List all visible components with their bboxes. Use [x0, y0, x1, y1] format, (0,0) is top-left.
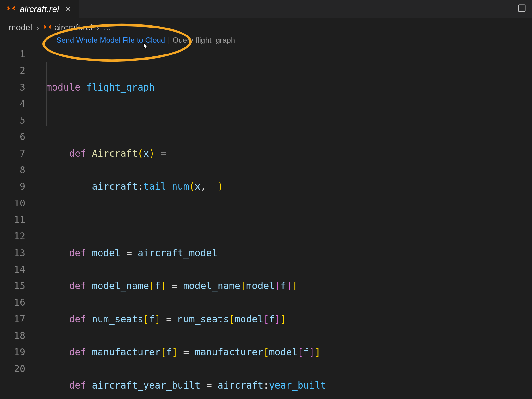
code-line: def aircraft_year_built = aircraft:year_… — [46, 377, 435, 394]
code-line — [46, 112, 435, 129]
breadcrumb-symbol[interactable]: ... — [104, 23, 111, 33]
code-line — [46, 212, 435, 228]
line-number: 7 — [0, 145, 25, 162]
codelens-row: Send Whole Model File to Cloud | Query f… — [0, 36, 532, 46]
line-number: 14 — [0, 261, 25, 278]
code-line: def model = aircraft_model — [46, 245, 435, 261]
tab-bar: aircraft.rel ✕ — [0, 0, 532, 18]
indent-guide — [46, 62, 47, 126]
line-number: 2 — [0, 62, 25, 79]
code-line: def manufacturer[f] = manufacturer[model… — [46, 344, 435, 360]
line-number: 1 — [0, 46, 25, 62]
line-number: 20 — [0, 361, 25, 377]
line-number: 4 — [0, 96, 25, 112]
line-number: 16 — [0, 294, 25, 311]
line-number: 15 — [0, 278, 25, 294]
chevron-right-icon: › — [35, 23, 40, 33]
line-number-gutter: 1 2 3 4 5 6 7 8 9 10 11 12 13 14 15 16 1… — [0, 46, 40, 399]
code-content[interactable]: module flight_graph def Aircraft(x) = ai… — [40, 46, 435, 399]
codelens-query[interactable]: Query flight_graph — [173, 36, 235, 44]
line-number: 8 — [0, 162, 25, 178]
line-number: 13 — [0, 245, 25, 261]
code-line: def Aircraft(x) = — [46, 145, 435, 162]
file-type-icon — [7, 5, 15, 13]
line-number: 10 — [0, 195, 25, 212]
close-icon[interactable]: ✕ — [63, 4, 73, 14]
code-line: def model_name[f] = model_name[model[f]] — [46, 278, 435, 294]
editor-actions — [517, 4, 526, 15]
code-line: module flight_graph — [46, 79, 435, 96]
line-number: 5 — [0, 112, 25, 129]
code-line: aircraft:tail_num(x, _) — [46, 178, 435, 195]
code-line: def num_seats[f] = num_seats[model[f]] — [46, 311, 435, 327]
codelens-separator: | — [168, 36, 170, 44]
split-editor-icon[interactable] — [517, 6, 526, 15]
line-number: 12 — [0, 228, 25, 244]
tab-filename: aircraft.rel — [20, 4, 59, 14]
editor[interactable]: 1 2 3 4 5 6 7 8 9 10 11 12 13 14 15 16 1… — [0, 46, 532, 399]
tab-active[interactable]: aircraft.rel ✕ — [0, 0, 79, 18]
file-type-icon — [44, 24, 51, 32]
breadcrumb-folder[interactable]: model — [9, 23, 32, 33]
line-number: 9 — [0, 178, 25, 195]
line-number: 17 — [0, 311, 25, 327]
line-number: 19 — [0, 344, 25, 360]
line-number: 11 — [0, 212, 25, 228]
line-number: 6 — [0, 129, 25, 145]
chevron-right-icon: › — [96, 23, 101, 33]
line-number: 3 — [0, 79, 25, 96]
breadcrumb-file[interactable]: aircraft.rel — [54, 23, 92, 33]
codelens-send-to-cloud[interactable]: Send Whole Model File to Cloud — [56, 36, 165, 44]
breadcrumb[interactable]: model › aircraft.rel › ... — [0, 18, 532, 36]
line-number: 18 — [0, 327, 25, 344]
